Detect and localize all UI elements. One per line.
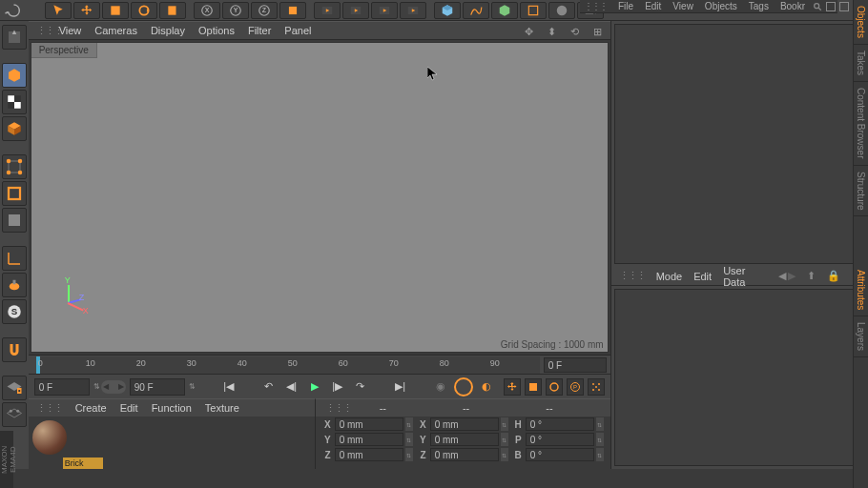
panel-menu-item[interactable]: Panel bbox=[284, 25, 311, 36]
tags-menu[interactable]: Tags bbox=[749, 0, 769, 12]
render-settings-icon[interactable] bbox=[371, 2, 398, 19]
rotate-camera-icon[interactable]: ⟲ bbox=[570, 26, 580, 35]
range-slider[interactable]: ◀▶ bbox=[101, 380, 126, 394]
tab-objects[interactable]: Objects bbox=[854, 0, 868, 45]
coord-system-icon[interactable] bbox=[279, 2, 306, 19]
material-name-label[interactable]: Brick bbox=[63, 458, 103, 469]
size-z-field[interactable]: 0 mm bbox=[430, 448, 499, 461]
mat-function-menu[interactable]: Function bbox=[152, 402, 192, 414]
recent-tool-icon[interactable] bbox=[159, 2, 186, 19]
tab-takes[interactable]: Takes bbox=[854, 45, 868, 82]
view-icon[interactable] bbox=[826, 2, 836, 11]
cameras-menu-item[interactable]: Cameras bbox=[94, 25, 137, 36]
mat-texture-menu[interactable]: Texture bbox=[205, 402, 239, 414]
next-key-icon[interactable]: ↷ bbox=[351, 377, 370, 396]
file-menu[interactable]: File bbox=[618, 0, 633, 12]
start-frame-field[interactable]: 0 F bbox=[34, 378, 90, 396]
model-mode-icon[interactable] bbox=[2, 63, 27, 88]
3d-viewport[interactable]: Perspective Y Z X Grid Spacing : 1000 mm bbox=[31, 42, 609, 353]
end-frame-field[interactable]: 90 F bbox=[130, 378, 185, 396]
coord-col3[interactable]: -- bbox=[546, 402, 552, 414]
attr-userdata-menu[interactable]: User Data bbox=[723, 265, 755, 288]
nav-fwd-icon[interactable]: ▶ bbox=[788, 270, 796, 282]
layout-icon[interactable] bbox=[839, 2, 849, 11]
rotation-key-icon[interactable] bbox=[546, 378, 563, 396]
grip-icon[interactable]: ⋮⋮⋮ bbox=[36, 25, 46, 37]
current-frame-field[interactable]: 0 F bbox=[544, 357, 607, 373]
move-camera-icon[interactable]: ✥ bbox=[525, 26, 534, 35]
pos-y-field[interactable]: 0 mm bbox=[335, 433, 403, 446]
environment-icon[interactable] bbox=[548, 2, 575, 19]
select-tool-icon[interactable] bbox=[45, 2, 72, 19]
view-menu-item[interactable]: View bbox=[59, 25, 82, 36]
pos-z-field[interactable]: 0 mm bbox=[335, 448, 403, 461]
generator-icon[interactable] bbox=[491, 2, 518, 19]
y-axis-icon[interactable]: Y bbox=[222, 2, 249, 19]
tab-layers[interactable]: Layers bbox=[854, 316, 868, 357]
x-axis-icon[interactable]: X bbox=[194, 2, 220, 19]
render-view-icon[interactable] bbox=[314, 2, 341, 19]
edit-menu[interactable]: Edit bbox=[645, 0, 661, 12]
attribute-manager-body[interactable] bbox=[614, 289, 865, 466]
material-preview[interactable] bbox=[32, 420, 67, 455]
objects-menu[interactable]: Objects bbox=[705, 0, 737, 12]
nav-up-icon[interactable]: ⬆ bbox=[807, 270, 816, 282]
mat-edit-menu[interactable]: Edit bbox=[120, 402, 138, 414]
size-y-field[interactable]: 0 mm bbox=[430, 433, 499, 446]
search-icon[interactable] bbox=[813, 2, 822, 11]
rot-b-field[interactable]: 0 ° bbox=[526, 448, 594, 461]
autokey-icon[interactable] bbox=[454, 377, 473, 396]
record-icon[interactable]: ◉ bbox=[431, 377, 450, 396]
size-x-field[interactable]: 0 mm bbox=[430, 417, 499, 431]
deformer-icon[interactable] bbox=[520, 2, 547, 19]
pos-x-field[interactable]: 0 mm bbox=[335, 417, 403, 431]
points-mode-icon[interactable] bbox=[2, 154, 27, 179]
position-key-icon[interactable] bbox=[504, 378, 521, 396]
goto-end-icon[interactable]: ▶| bbox=[391, 377, 410, 396]
workplane-icon[interactable] bbox=[2, 376, 27, 400]
viewport-solo-icon[interactable] bbox=[2, 273, 27, 297]
coord-col1[interactable]: -- bbox=[380, 402, 386, 414]
tab-attributes[interactable]: Attributes bbox=[854, 264, 868, 316]
rotate-tool-icon[interactable] bbox=[131, 2, 157, 19]
keyframe-sel-icon[interactable]: ◐ bbox=[477, 377, 496, 396]
display-menu-item[interactable]: Display bbox=[151, 25, 185, 36]
tab-content-browser[interactable]: Content Browser bbox=[854, 82, 868, 165]
lock-icon[interactable]: 🔒 bbox=[827, 270, 840, 282]
bookmarks-menu[interactable]: Bookr bbox=[780, 0, 805, 12]
coord-col2[interactable]: -- bbox=[463, 402, 469, 414]
spline-primitive-icon[interactable] bbox=[463, 2, 489, 19]
attr-mode-menu[interactable]: Mode bbox=[656, 271, 683, 282]
render-region-icon[interactable] bbox=[342, 2, 369, 19]
workplane-mode-icon[interactable] bbox=[2, 116, 27, 141]
nav-back-icon[interactable]: ◀ bbox=[778, 270, 786, 282]
make-editable-icon[interactable] bbox=[2, 25, 27, 50]
locked-workplane-icon[interactable] bbox=[2, 402, 27, 427]
scale-tool-icon[interactable] bbox=[102, 2, 129, 19]
cube-primitive-icon[interactable] bbox=[434, 2, 461, 19]
render-queue-icon[interactable] bbox=[400, 2, 426, 19]
polygons-mode-icon[interactable] bbox=[2, 208, 27, 233]
timeline-ruler[interactable]: 0 10 20 30 40 50 60 70 80 90 bbox=[36, 356, 540, 374]
parameter-key-icon[interactable]: P bbox=[567, 378, 584, 396]
play-icon[interactable]: ▶ bbox=[305, 377, 324, 396]
move-tool-icon[interactable] bbox=[73, 2, 100, 19]
magnet-icon[interactable] bbox=[2, 337, 27, 362]
filter-menu-item[interactable]: Filter bbox=[248, 25, 271, 36]
options-menu-item[interactable]: Options bbox=[198, 25, 235, 36]
texture-mode-icon[interactable] bbox=[2, 90, 27, 114]
scale-key-icon[interactable] bbox=[525, 378, 542, 396]
toggle-view-icon[interactable]: ⊞ bbox=[593, 26, 603, 35]
object-manager-body[interactable] bbox=[614, 24, 865, 264]
tab-structure[interactable]: Structure bbox=[854, 166, 868, 217]
rot-p-field[interactable]: 0 ° bbox=[526, 433, 594, 446]
mat-create-menu[interactable]: Create bbox=[75, 402, 107, 414]
snap-icon[interactable]: S bbox=[2, 299, 27, 324]
prev-frame-icon[interactable]: ◀| bbox=[282, 377, 301, 396]
zoom-camera-icon[interactable]: ⬍ bbox=[548, 26, 557, 35]
view-menu[interactable]: View bbox=[672, 0, 693, 12]
attr-edit-menu[interactable]: Edit bbox=[693, 271, 712, 282]
axis-icon[interactable] bbox=[2, 246, 27, 271]
z-axis-icon[interactable]: Z bbox=[251, 2, 278, 19]
undo-icon[interactable] bbox=[2, 2, 29, 19]
